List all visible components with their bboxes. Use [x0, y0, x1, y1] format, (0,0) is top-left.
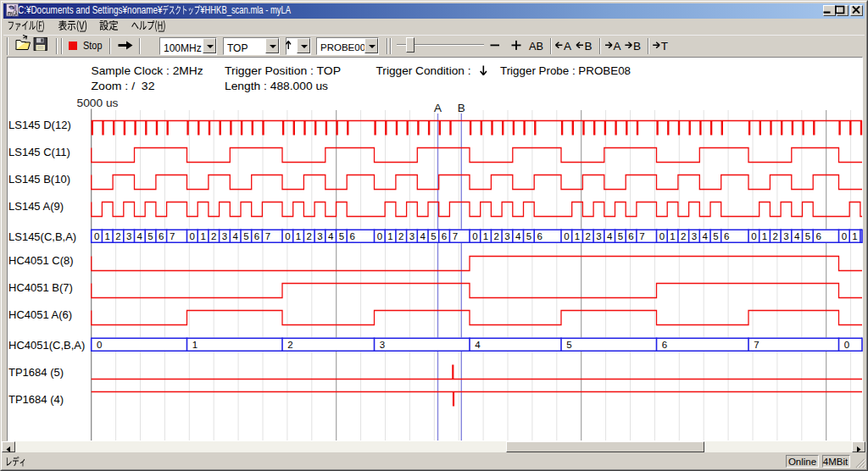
- svg-text:0: 0: [842, 231, 847, 241]
- svg-text:Trigger Probe : PROBE08: Trigger Probe : PROBE08: [500, 64, 631, 77]
- svg-text:A: A: [434, 102, 442, 114]
- svg-text:0: 0: [97, 340, 102, 350]
- svg-text:3: 3: [317, 231, 322, 241]
- svg-text:5: 5: [243, 231, 248, 241]
- svg-text:6: 6: [662, 340, 667, 350]
- svg-text:2: 2: [773, 231, 778, 241]
- svg-text:0: 0: [564, 231, 569, 241]
- svg-text:6: 6: [350, 231, 355, 241]
- svg-text:1: 1: [200, 231, 205, 241]
- svg-text:LS145 B(10): LS145 B(10): [8, 173, 70, 186]
- svg-text:4: 4: [232, 231, 238, 241]
- svg-text:2: 2: [211, 231, 216, 241]
- svg-text:0: 0: [472, 231, 477, 241]
- svg-text:LS145(C,B,A): LS145(C,B,A): [8, 230, 76, 243]
- svg-text:7: 7: [639, 231, 644, 241]
- svg-text:4MBit: 4MBit: [823, 457, 849, 467]
- svg-text:7: 7: [754, 340, 759, 350]
- svg-text:Sample Clock : 2MHz: Sample Clock : 2MHz: [92, 64, 203, 77]
- svg-text:0: 0: [285, 231, 290, 241]
- svg-text:5: 5: [618, 231, 623, 241]
- svg-text:0: 0: [659, 231, 665, 241]
- svg-text:3: 3: [504, 231, 509, 241]
- svg-text:B: B: [633, 40, 641, 53]
- svg-text:6: 6: [159, 231, 164, 241]
- svg-text:1: 1: [575, 231, 580, 241]
- svg-text:5: 5: [805, 231, 810, 241]
- svg-text:5: 5: [339, 231, 344, 241]
- svg-text:1: 1: [105, 231, 110, 241]
- svg-text:4: 4: [515, 231, 521, 241]
- svg-text:1: 1: [670, 231, 675, 241]
- svg-text:HC4051 B(7): HC4051 B(7): [8, 281, 73, 294]
- svg-text:3: 3: [126, 231, 131, 241]
- svg-text:¥HHKB_scan.mla - myLA: ¥HHKB_scan.mla - myLA: [200, 4, 292, 16]
- svg-text:2: 2: [307, 231, 312, 241]
- svg-text:7: 7: [453, 231, 458, 241]
- svg-text:2: 2: [398, 231, 403, 241]
- svg-text:5: 5: [431, 231, 436, 241]
- svg-text:Length : 488.000 us: Length : 488.000 us: [225, 80, 329, 92]
- svg-text:AB: AB: [529, 40, 543, 53]
- svg-text:3: 3: [409, 231, 415, 241]
- svg-text:1: 1: [296, 231, 301, 241]
- svg-text:3: 3: [380, 340, 385, 350]
- svg-text:A: A: [614, 40, 621, 53]
- svg-text:3: 3: [692, 231, 697, 241]
- svg-text:1: 1: [852, 231, 857, 241]
- svg-text:7: 7: [170, 231, 175, 241]
- svg-text:3: 3: [596, 231, 601, 241]
- svg-text:A: A: [564, 40, 571, 53]
- svg-text:0: 0: [751, 231, 756, 241]
- svg-text:4: 4: [328, 231, 334, 241]
- svg-text:Online: Online: [788, 457, 816, 467]
- svg-text:5: 5: [713, 231, 718, 241]
- svg-text:2: 2: [681, 231, 686, 241]
- svg-text:4: 4: [794, 231, 800, 241]
- svg-text:1: 1: [483, 231, 488, 241]
- svg-text:LS145 C(11): LS145 C(11): [8, 146, 70, 158]
- svg-text:0: 0: [94, 231, 99, 241]
- svg-text:7: 7: [265, 231, 270, 241]
- svg-text:6: 6: [537, 231, 542, 241]
- svg-text:6: 6: [724, 231, 729, 241]
- svg-text:4: 4: [137, 231, 143, 241]
- svg-text:5: 5: [566, 340, 571, 350]
- svg-text:4: 4: [607, 231, 613, 241]
- svg-text:4: 4: [420, 231, 426, 241]
- svg-text:LS145 A(9): LS145 A(9): [8, 200, 64, 213]
- svg-text:Trigger Position : TOP: Trigger Position : TOP: [225, 64, 341, 77]
- svg-text:HC4051(C,B,A): HC4051(C,B,A): [8, 339, 85, 352]
- svg-text:HC4051 A(6): HC4051 A(6): [8, 308, 72, 321]
- svg-text:Trigger Condition :: Trigger Condition :: [376, 64, 471, 77]
- svg-text:4: 4: [475, 340, 481, 350]
- svg-text:6: 6: [816, 231, 821, 241]
- svg-text:1: 1: [192, 340, 198, 350]
- svg-text:5: 5: [147, 231, 153, 241]
- svg-text:3: 3: [783, 231, 788, 241]
- svg-text:5000 us: 5000 us: [77, 97, 120, 109]
- svg-text:LS145 D(12): LS145 D(12): [8, 119, 71, 131]
- svg-text:0: 0: [377, 231, 382, 241]
- svg-text:5: 5: [526, 231, 531, 241]
- svg-text:TP1684 (5): TP1684 (5): [8, 366, 64, 379]
- svg-text:2: 2: [287, 340, 292, 350]
- svg-text:C:¥Documents and Settings¥nona: C:¥Documents and Settings¥noname¥: [18, 4, 163, 16]
- svg-text:2: 2: [586, 231, 591, 241]
- svg-text:B: B: [458, 102, 465, 114]
- svg-text:3: 3: [222, 231, 227, 241]
- svg-text:6: 6: [442, 231, 447, 241]
- svg-text:2: 2: [115, 231, 120, 241]
- svg-text:B: B: [585, 40, 593, 53]
- svg-text:2: 2: [494, 231, 499, 241]
- svg-text:Stop: Stop: [83, 39, 103, 52]
- svg-text:1: 1: [762, 231, 767, 241]
- svg-text:HC4051 C(8): HC4051 C(8): [8, 254, 74, 267]
- svg-text:1: 1: [387, 231, 392, 241]
- svg-text:0: 0: [190, 231, 195, 241]
- svg-text:TP1684 (4): TP1684 (4): [8, 393, 64, 406]
- svg-text:6: 6: [628, 231, 633, 241]
- svg-text:4: 4: [702, 231, 708, 241]
- svg-text:0: 0: [844, 340, 849, 350]
- svg-text:6: 6: [254, 231, 259, 241]
